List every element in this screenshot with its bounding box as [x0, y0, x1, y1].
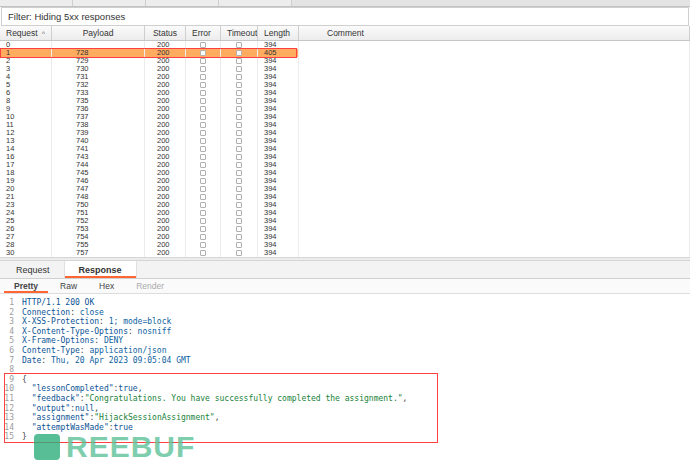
table-row[interactable]: 10 737 200 394: [0, 113, 690, 121]
error-checkbox[interactable]: [200, 210, 206, 216]
table-row[interactable]: 24 751 200 394: [0, 209, 690, 217]
timeout-checkbox[interactable]: [236, 106, 242, 112]
table-row[interactable]: 9 736 200 394: [0, 105, 690, 113]
filter-label: Filter: Hiding 5xx responses: [8, 11, 125, 22]
timeout-checkbox[interactable]: [236, 154, 242, 160]
timeout-checkbox[interactable]: [236, 66, 242, 72]
column-header-payload[interactable]: Payload: [52, 26, 145, 40]
table-row[interactable]: 16 743 200 394: [0, 153, 690, 161]
timeout-checkbox[interactable]: [236, 210, 242, 216]
table-row[interactable]: 20 747 200 394: [0, 185, 690, 193]
timeout-checkbox[interactable]: [236, 226, 242, 232]
timeout-checkbox[interactable]: [236, 218, 242, 224]
error-checkbox[interactable]: [200, 146, 206, 152]
timeout-checkbox[interactable]: [236, 82, 242, 88]
error-checkbox[interactable]: [200, 186, 206, 192]
error-checkbox[interactable]: [200, 250, 206, 256]
table-row[interactable]: 3 730 200 394: [0, 65, 690, 73]
timeout-checkbox[interactable]: [236, 250, 242, 256]
table-row[interactable]: 28 755 200 394: [0, 241, 690, 249]
error-checkbox[interactable]: [200, 66, 206, 72]
view-tab-hex[interactable]: Hex: [89, 279, 124, 293]
timeout-checkbox[interactable]: [236, 138, 242, 144]
table-row[interactable]: 1 728 200 405: [0, 49, 690, 57]
table-row[interactable]: 0 200 394: [0, 41, 690, 49]
table-row[interactable]: 6 733 200 394: [0, 89, 690, 97]
error-checkbox[interactable]: [200, 194, 206, 200]
error-checkbox[interactable]: [200, 114, 206, 120]
timeout-checkbox[interactable]: [236, 202, 242, 208]
table-row[interactable]: 18 745 200 394: [0, 169, 690, 177]
table-row[interactable]: 8 735 200 394: [0, 97, 690, 105]
table-row[interactable]: 11 738 200 394: [0, 121, 690, 129]
error-checkbox[interactable]: [200, 170, 206, 176]
table-row[interactable]: 19 746 200 394: [0, 177, 690, 185]
error-checkbox[interactable]: [200, 58, 206, 64]
timeout-checkbox[interactable]: [236, 122, 242, 128]
error-checkbox[interactable]: [200, 178, 206, 184]
error-checkbox[interactable]: [200, 226, 206, 232]
line-number: 4: [0, 327, 14, 337]
timeout-checkbox[interactable]: [236, 58, 242, 64]
table-row[interactable]: 14 741 200 394: [0, 145, 690, 153]
table-row[interactable]: 4 731 200 394: [0, 73, 690, 81]
timeout-checkbox[interactable]: [236, 178, 242, 184]
timeout-checkbox[interactable]: [236, 170, 242, 176]
error-checkbox[interactable]: [200, 74, 206, 80]
table-row[interactable]: 5 732 200 394: [0, 81, 690, 89]
error-checkbox[interactable]: [200, 234, 206, 240]
table-row[interactable]: 17 744 200 394: [0, 161, 690, 169]
timeout-checkbox[interactable]: [236, 242, 242, 248]
column-header-length[interactable]: Length: [258, 26, 299, 40]
view-tab-pretty[interactable]: Pretty: [4, 279, 48, 293]
error-checkbox[interactable]: [200, 98, 206, 104]
error-checkbox[interactable]: [200, 154, 206, 160]
timeout-checkbox[interactable]: [236, 146, 242, 152]
table-row[interactable]: 13 740 200 394: [0, 137, 690, 145]
view-tab-render[interactable]: Render: [126, 279, 174, 293]
timeout-checkbox[interactable]: [236, 114, 242, 120]
error-checkbox[interactable]: [200, 130, 206, 136]
error-checkbox[interactable]: [200, 50, 206, 56]
column-header-timeout[interactable]: Timeout: [221, 26, 258, 40]
line-number: 1: [0, 298, 14, 308]
table-row[interactable]: 12 739 200 394: [0, 129, 690, 137]
error-checkbox[interactable]: [200, 42, 206, 48]
timeout-checkbox[interactable]: [236, 50, 242, 56]
error-checkbox[interactable]: [200, 138, 206, 144]
error-checkbox[interactable]: [200, 106, 206, 112]
table-row[interactable]: 26 753 200 394: [0, 225, 690, 233]
timeout-checkbox[interactable]: [236, 162, 242, 168]
table-row[interactable]: 23 750 200 394: [0, 201, 690, 209]
timeout-checkbox[interactable]: [236, 90, 242, 96]
table-row[interactable]: 2 729 200 394: [0, 57, 690, 65]
error-checkbox[interactable]: [200, 162, 206, 168]
table-row[interactable]: 21 748 200 394: [0, 193, 690, 201]
table-row[interactable]: 25 752 200 394: [0, 217, 690, 225]
error-checkbox[interactable]: [200, 122, 206, 128]
column-header-comment[interactable]: Comment: [299, 26, 690, 40]
error-checkbox[interactable]: [200, 90, 206, 96]
error-checkbox[interactable]: [200, 82, 206, 88]
cell-timeout: [221, 153, 258, 161]
column-header-error[interactable]: Error: [186, 26, 221, 40]
table-row[interactable]: 27 754 200 394: [0, 233, 690, 241]
error-checkbox[interactable]: [200, 242, 206, 248]
timeout-checkbox[interactable]: [236, 194, 242, 200]
timeout-checkbox[interactable]: [236, 186, 242, 192]
cell-payload: 751: [52, 209, 145, 217]
timeout-checkbox[interactable]: [236, 74, 242, 80]
editor-tab-request[interactable]: Request: [2, 261, 65, 278]
column-header-status[interactable]: Status: [145, 26, 186, 40]
timeout-checkbox[interactable]: [236, 98, 242, 104]
table-row[interactable]: 30 757 200 394: [0, 249, 690, 257]
view-tab-raw[interactable]: Raw: [50, 279, 87, 293]
error-checkbox[interactable]: [200, 218, 206, 224]
timeout-checkbox[interactable]: [236, 130, 242, 136]
error-checkbox[interactable]: [200, 202, 206, 208]
timeout-checkbox[interactable]: [236, 42, 242, 48]
timeout-checkbox[interactable]: [236, 234, 242, 240]
editor-tab-response[interactable]: Response: [65, 261, 137, 278]
column-header-request[interactable]: Request ^: [0, 26, 52, 40]
filter-bar[interactable]: Filter: Hiding 5xx responses: [1, 7, 689, 26]
